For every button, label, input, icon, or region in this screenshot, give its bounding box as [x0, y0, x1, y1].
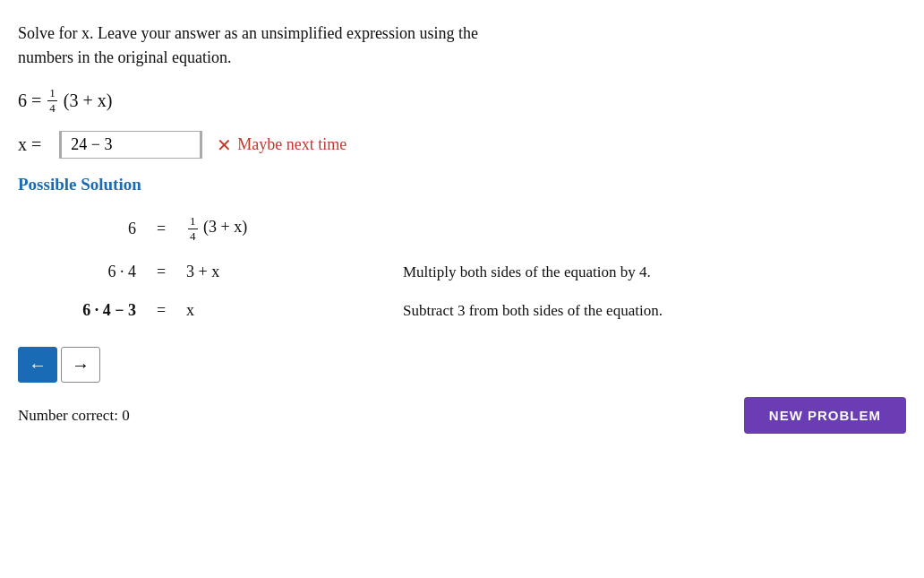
forward-arrow-icon: →: [72, 355, 90, 375]
step1-rhs: 1 4 (3 + x): [179, 214, 376, 243]
feedback-message: Maybe next time: [237, 135, 346, 154]
new-problem-label: NEW PROBLEM: [769, 408, 881, 423]
step2-rhs: 3 + x: [179, 263, 376, 281]
fraction-1-4: 1 4: [47, 86, 57, 115]
solution-step-2: 6 · 4 = 3 + x Multiply both sides of the…: [36, 263, 906, 281]
number-correct: Number correct: 0: [18, 407, 130, 425]
possible-solution-title: Possible Solution: [18, 175, 906, 194]
number-correct-label: Number correct:: [18, 407, 118, 424]
feedback-wrong: ✕ Maybe next time: [217, 134, 346, 156]
new-problem-button[interactable]: NEW PROBLEM: [744, 397, 906, 434]
answer-row: x = ✕ Maybe next time: [18, 131, 906, 159]
back-arrow-icon: ←: [29, 355, 47, 375]
equation-rhs: (3 + x): [59, 91, 113, 111]
problem-instruction: Solve for x. Leave your answer as an uns…: [18, 22, 510, 70]
nav-buttons: ← →: [18, 347, 906, 383]
wrong-icon: ✕: [217, 134, 232, 156]
solution-step-1: 6 = 1 4 (3 + x): [36, 214, 906, 243]
step3-lhs: 6 · 4 − 3: [36, 301, 143, 320]
solution-steps: 6 = 1 4 (3 + x) 6 · 4 = 3 + x Multiply b…: [36, 214, 906, 320]
step2-eq: =: [143, 263, 179, 281]
number-correct-value: 0: [122, 407, 130, 424]
step3-explanation: Subtract 3 from both sides of the equati…: [376, 302, 906, 320]
step2-lhs: 6 · 4: [36, 263, 143, 281]
answer-label: x =: [18, 134, 41, 155]
step1-fraction: 1 4: [188, 214, 198, 243]
equation-display: 6 = 1 4 (3 + x): [18, 86, 906, 115]
bottom-bar: Number correct: 0 NEW PROBLEM: [18, 397, 906, 434]
instruction-text: Solve for x. Leave your answer as an uns…: [18, 24, 478, 66]
step2-explanation: Multiply both sides of the equation by 4…: [376, 263, 906, 281]
equation-lhs: 6 =: [18, 91, 46, 111]
answer-input[interactable]: [59, 131, 202, 159]
back-button[interactable]: ←: [18, 347, 57, 383]
forward-button[interactable]: →: [61, 347, 100, 383]
step1-lhs: 6: [36, 220, 143, 238]
step1-eq: =: [143, 220, 179, 238]
step3-eq: =: [143, 301, 179, 320]
step3-rhs: x: [179, 301, 376, 320]
solution-step-3: 6 · 4 − 3 = x Subtract 3 from both sides…: [36, 301, 906, 320]
